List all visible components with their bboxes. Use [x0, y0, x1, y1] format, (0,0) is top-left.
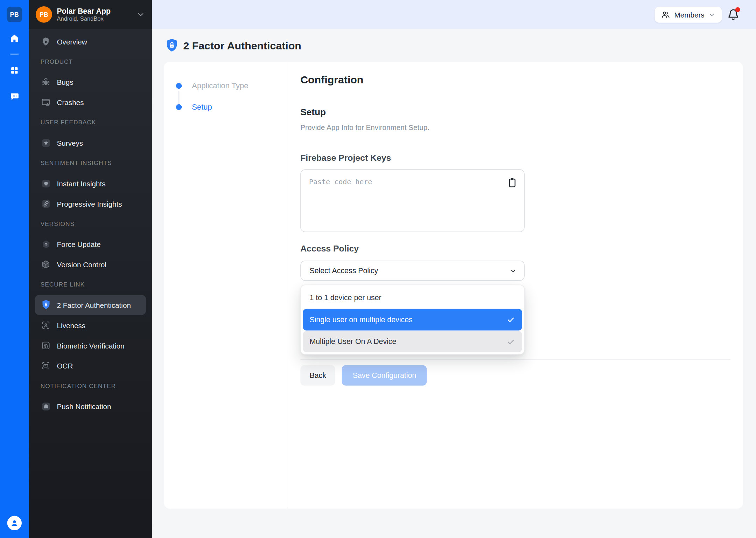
workspace-logo[interactable]: PB — [7, 7, 22, 22]
sidebar-section-header: NOTIFICATION CENTER — [29, 376, 152, 396]
chat-icon — [9, 91, 20, 102]
access-policy-label: Access Policy — [300, 243, 730, 254]
sidebar-nav: OverviewPRODUCTBugsCrashesUSER FEEDBACKS… — [29, 29, 152, 416]
sidebar-section-header: USER FEEDBACK — [29, 112, 152, 133]
sidebar-item-overview[interactable]: Overview — [35, 32, 146, 52]
setup-title: Setup — [300, 106, 730, 119]
sidebar-section-header: VERSIONS — [29, 214, 152, 234]
firebase-keys-label: Firebase Project Keys — [300, 152, 730, 164]
home-icon — [9, 33, 20, 43]
page-title: 2 Factor Authentication — [183, 39, 301, 52]
version-control-icon — [41, 259, 51, 270]
sidebar-item-label: Biometric Verification — [57, 342, 125, 350]
sidebar-item-label: Crashes — [57, 98, 84, 106]
sidebar-item-bugs[interactable]: Bugs — [35, 72, 146, 92]
sidebar-section-header: PRODUCT — [29, 51, 152, 72]
chat-button[interactable] — [0, 88, 29, 105]
step-connector — [178, 91, 180, 104]
sidebar-item-force-update[interactable]: Force Update — [35, 234, 146, 254]
dropdown-option-multiple-user-on-a-device[interactable]: Multiple User On A Device — [303, 331, 522, 352]
setup-panel: Configration Setup Provide App Info for … — [287, 62, 743, 509]
liveness-icon — [41, 320, 51, 330]
overview-icon — [41, 36, 51, 47]
shield-lock-icon — [41, 299, 51, 310]
chevron-down-icon — [708, 11, 716, 19]
sidebar-item-biometric-verification[interactable]: Biometric Verification — [35, 335, 146, 356]
firebase-keys-input[interactable] — [301, 170, 524, 232]
icon-rail: PB — [0, 0, 29, 538]
sidebar-item-version-control[interactable]: Version Control — [35, 254, 146, 275]
notification-badge — [735, 7, 740, 12]
crashes-icon — [41, 97, 51, 108]
biometric-icon — [41, 340, 51, 351]
sidebar-item-label: Liveness — [57, 321, 86, 329]
rail-divider — [10, 54, 19, 55]
sidebar-section-header: SENTIMENT INSIGHTS — [29, 153, 152, 173]
stepper: Application Type Setup — [164, 62, 287, 509]
app-name: Polar Bear App — [57, 6, 136, 15]
chevron-down-icon — [509, 267, 517, 275]
step-setup[interactable]: Setup — [192, 103, 212, 111]
access-policy-value: Select Access Policy — [309, 266, 509, 275]
sidebar-item-2-factor-authentication[interactable]: 2 Factor Authentication — [35, 295, 146, 315]
app-subtitle: Android, SandBox — [57, 15, 136, 23]
dropdown-option-single-user-on-multiple-devices[interactable]: Single user on multiple devices — [303, 309, 522, 331]
app-avatar: PB — [36, 6, 52, 23]
dropdown-option-1-to-1-device-per-user[interactable]: 1 to 1 device per user — [303, 287, 522, 309]
footer-divider — [300, 359, 730, 360]
ocr-icon — [41, 360, 51, 371]
sidebar-item-liveness[interactable]: Liveness — [35, 315, 146, 336]
force-update-icon — [41, 239, 51, 249]
main-area: Members 2 Factor Authentication Appl — [152, 0, 756, 538]
topbar: Members — [152, 0, 756, 29]
chevron-down-icon — [136, 10, 145, 19]
app-root: PB PB Polar Bear App — [0, 0, 756, 538]
step-dot-setup — [176, 104, 182, 110]
sidebar-item-label: OCR — [57, 361, 73, 370]
sidebar-item-label: Bugs — [57, 78, 74, 86]
apps-button[interactable] — [0, 62, 29, 79]
progressive-insights-icon — [41, 198, 51, 209]
sidebar-item-label: Version Control — [57, 260, 106, 268]
save-configuration-button[interactable]: Save Configuration — [342, 365, 427, 386]
option-label: Single user on multiple devices — [309, 315, 412, 324]
sidebar-item-push-notification[interactable]: Push Notification — [35, 396, 146, 416]
users-icon — [661, 10, 670, 19]
step-dot-application-type — [176, 83, 182, 89]
access-policy-select[interactable]: Select Access Policy — [300, 261, 525, 281]
sidebar-section-header: SECURE LINK — [29, 275, 152, 295]
back-button[interactable]: Back — [300, 365, 335, 386]
check-icon — [506, 337, 515, 346]
app-switcher[interactable]: PB Polar Bear App Android, SandBox — [29, 0, 152, 29]
grid-icon — [10, 65, 20, 75]
surveys-icon — [41, 138, 51, 148]
step-application-type[interactable]: Application Type — [192, 82, 248, 90]
configuration-card: Application Type Setup Configration Setu… — [164, 62, 743, 509]
push-notification-icon — [41, 401, 51, 412]
notifications-button[interactable] — [727, 8, 740, 21]
option-label: 1 to 1 device per user — [309, 294, 381, 302]
sidebar-item-label: Instant Insights — [57, 179, 106, 187]
sidebar-item-surveys[interactable]: Surveys — [35, 133, 146, 153]
members-button[interactable]: Members — [655, 7, 722, 22]
sidebar-item-instant-insights[interactable]: Instant Insights — [35, 173, 146, 194]
sidebar-item-label: Surveys — [57, 139, 83, 147]
sidebar-item-label: Force Update — [57, 240, 101, 248]
sidebar: PB Polar Bear App Android, SandBox Overv… — [29, 0, 152, 538]
access-policy-dropdown: 1 to 1 device per userSingle user on mul… — [300, 285, 525, 355]
sidebar-item-ocr[interactable]: OCR — [35, 356, 146, 376]
home-button[interactable] — [0, 30, 29, 46]
sidebar-item-progressive-insights[interactable]: Progressive Insights — [35, 193, 146, 214]
person-icon — [9, 517, 20, 529]
sidebar-item-label: Overview — [57, 37, 87, 46]
user-avatar-button[interactable] — [7, 516, 22, 530]
members-label: Members — [674, 11, 704, 19]
check-icon — [506, 315, 515, 324]
instant-insights-icon — [41, 178, 51, 188]
sidebar-item-label: 2 Factor Authentication — [57, 301, 131, 309]
setup-subtitle: Provide App Info for Environment Setup. — [300, 122, 730, 133]
panel-heading: Configration — [300, 73, 730, 87]
bugs-icon — [41, 77, 51, 87]
clipboard-icon[interactable] — [507, 177, 517, 188]
sidebar-item-crashes[interactable]: Crashes — [35, 92, 146, 112]
